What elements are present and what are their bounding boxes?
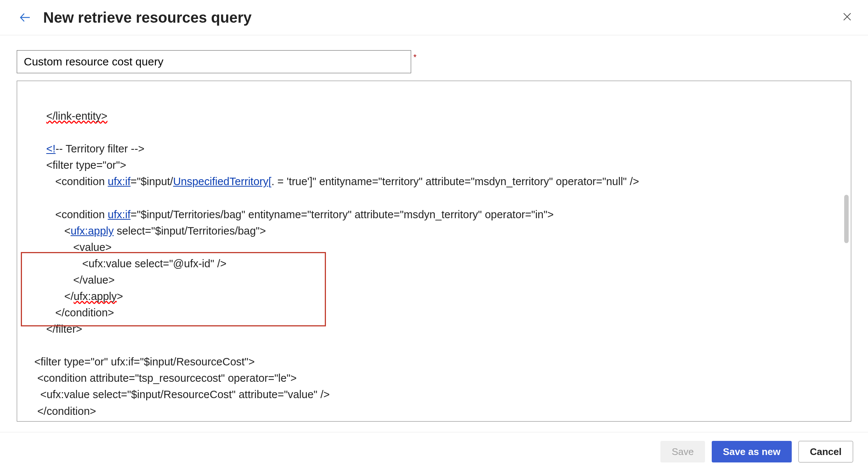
code-line: <ufx:value select="$input/ResourceCost" … — [28, 386, 834, 403]
code-line — [28, 124, 834, 141]
code-line — [28, 337, 834, 354]
footer: Save Save as new Cancel — [0, 432, 868, 471]
code-line: </filter> — [28, 419, 834, 422]
page-title: New retrieve resources query — [43, 9, 252, 26]
form-body: * </link-entity> <!-- Territory filter -… — [0, 35, 868, 432]
query-editor[interactable]: </link-entity> <!-- Territory filter -->… — [17, 81, 851, 422]
close-button[interactable] — [841, 11, 853, 24]
code-line: <filter type="or" ufx:if="$input/Resourc… — [28, 354, 834, 370]
save-as-new-button[interactable]: Save as new — [712, 441, 792, 462]
cancel-button[interactable]: Cancel — [798, 441, 853, 462]
save-button: Save — [660, 441, 705, 462]
code-line: <condition ufx:if="$input/Territories/ba… — [28, 206, 834, 223]
code-line — [28, 190, 834, 206]
scrollbar-track[interactable] — [843, 83, 849, 419]
code-line: <filter type="or"> — [28, 157, 834, 173]
close-icon — [841, 11, 853, 23]
code-line: </link-entity> — [28, 108, 834, 124]
back-arrow-icon[interactable] — [19, 11, 32, 24]
required-mark: * — [413, 52, 417, 62]
scrollbar-thumb[interactable] — [844, 195, 849, 243]
page-header: New retrieve resources query — [0, 0, 868, 35]
code-line: <condition attribute="tsp_resourcecost" … — [28, 370, 834, 386]
code-line: <!-- Territory filter --> — [28, 141, 834, 157]
code-line: <condition ufx:if="$input/UnspecifiedTer… — [28, 173, 834, 190]
query-name-input[interactable] — [17, 50, 411, 73]
highlight-box — [21, 252, 326, 326]
code-line: </condition> — [28, 403, 834, 419]
code-line: <ufx:apply select="$input/Territories/ba… — [28, 223, 834, 239]
